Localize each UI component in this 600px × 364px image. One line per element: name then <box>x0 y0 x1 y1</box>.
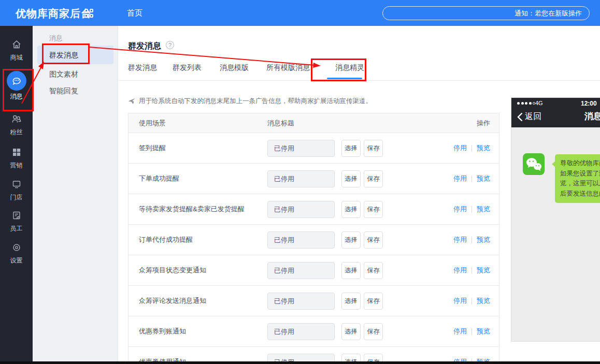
scenario-name: 签到提醒 <box>128 143 267 153</box>
select-button[interactable]: 选择 <box>341 201 361 218</box>
sidebar-item-mall[interactable]: 商城 <box>0 39 33 62</box>
row-controls: 已停用 选择 保存 <box>267 170 383 187</box>
stop-link[interactable]: 停用 <box>453 266 467 275</box>
notice-banner[interactable]: 通知：若您在新版操作 <box>382 6 590 20</box>
status-time: 12:00 <box>581 100 597 107</box>
save-button[interactable]: 保存 <box>364 170 383 187</box>
preview-link[interactable]: 预览 <box>477 205 490 214</box>
stop-link[interactable]: 停用 <box>453 296 467 305</box>
submenu: 消息 群发消息 图文素材 智能回复 <box>33 26 118 364</box>
sidebar-item-settings[interactable]: 设置 <box>0 242 33 265</box>
row-actions: 停用 预览 <box>453 205 499 214</box>
sidebar-item-staff[interactable]: 员工 <box>0 210 33 233</box>
sidebar: 商城 消息 粉丝 营销 门店 员工 设置 <box>0 26 33 364</box>
preview-link[interactable]: 预览 <box>477 266 490 275</box>
submenu-header: 消息 <box>49 34 63 43</box>
row-actions: 停用 预览 <box>453 174 499 183</box>
table-row: 订单代付成功提醒 已停用 选择 保存 停用 预览 <box>128 224 499 255</box>
select-button[interactable]: 选择 <box>341 231 361 249</box>
save-button[interactable]: 保存 <box>364 293 383 310</box>
col-header-actions: 操作 <box>477 119 499 128</box>
tab-message-template[interactable]: 消息模版 <box>220 63 249 72</box>
row-controls: 已停用 选择 保存 <box>267 262 383 279</box>
stop-link[interactable]: 停用 <box>453 235 467 244</box>
submenu-item-auto-reply[interactable]: 智能回复 <box>49 86 78 96</box>
phone-header: 4G 12:00 返回 消息精灵 <box>511 98 600 127</box>
link-separator <box>472 237 472 243</box>
message-title-input[interactable]: 已停用 <box>267 323 335 340</box>
tab-message-genie[interactable]: 消息精灵 <box>335 63 364 72</box>
app-logo: 优物库商家后台 <box>16 7 92 21</box>
row-controls: 已停用 选择 保存 <box>267 323 383 340</box>
table-row: 下单成功提醒 已停用 选择 保存 停用 预览 <box>128 163 499 194</box>
table-row: 优惠券到账通知 已停用 选择 保存 停用 预览 <box>128 316 499 346</box>
select-button[interactable]: 选择 <box>341 262 361 279</box>
save-button[interactable]: 保存 <box>364 201 383 218</box>
stop-link[interactable]: 停用 <box>453 205 467 214</box>
message-title-input[interactable]: 已停用 <box>267 201 335 218</box>
help-icon[interactable]: ? <box>166 41 174 49</box>
row-controls: 已停用 选择 保存 <box>267 201 383 218</box>
submenu-item-bulk-message[interactable]: 群发消息 <box>37 46 113 64</box>
row-controls: 已停用 选择 保存 <box>267 231 383 249</box>
message-title-input[interactable]: 已停用 <box>267 293 335 310</box>
wechat-avatar-icon <box>523 153 545 175</box>
stop-link[interactable]: 停用 <box>453 143 467 153</box>
tabs-divider <box>118 80 600 81</box>
table-header-row: 使用场景 消息标题 操作 <box>128 113 499 133</box>
link-separator <box>472 328 472 335</box>
sidebar-item-marketing[interactable]: 营销 <box>0 147 33 170</box>
save-button[interactable]: 保存 <box>364 323 383 340</box>
row-controls: 已停用 选择 保存 <box>267 140 383 157</box>
message-title-input[interactable]: 已停用 <box>267 262 335 279</box>
col-header-title: 消息标题 <box>267 119 477 128</box>
save-button[interactable]: 保存 <box>364 262 383 279</box>
message-title-input[interactable]: 已停用 <box>267 140 335 157</box>
preview-link[interactable]: 预览 <box>477 174 490 183</box>
submenu-item-media[interactable]: 图文素材 <box>49 70 78 79</box>
sidebar-item-messages[interactable]: 消息 <box>0 71 33 101</box>
preview-link[interactable]: 预览 <box>477 327 490 336</box>
message-title-input[interactable]: 已停用 <box>267 170 335 187</box>
preview-link[interactable]: 预览 <box>477 143 490 153</box>
scenario-name: 订单代付成功提醒 <box>128 235 267 244</box>
message-title-input[interactable]: 已停用 <box>267 231 335 249</box>
scenario-name: 众筹项目状态变更通知 <box>128 266 267 275</box>
table-row: 等待卖家发货提醒&卖家已发货提醒 已停用 选择 保存 停用 预览 <box>128 194 499 224</box>
hint-text: 用于给系统自动下发的消息末尾加上一条广告信息，帮助商家扩展活动宣传渠道。 <box>128 97 372 106</box>
preview-link[interactable]: 预览 <box>477 296 490 305</box>
home-icon <box>11 39 22 50</box>
select-button[interactable]: 选择 <box>341 323 361 340</box>
table-body: 签到提醒 已停用 选择 保存 停用 预览 下单成功提醒 已停用 选择 保存 停用… <box>128 133 499 364</box>
sidebar-item-fans[interactable]: 粉丝 <box>0 114 33 137</box>
save-button[interactable]: 保存 <box>364 231 383 249</box>
pin-icon <box>128 98 136 105</box>
tab-bulk-message[interactable]: 群发消息 <box>128 63 157 72</box>
stop-link[interactable]: 停用 <box>453 174 467 183</box>
select-button[interactable]: 选择 <box>341 170 361 187</box>
row-controls: 已停用 选择 保存 <box>267 293 383 310</box>
gear-icon <box>11 242 22 253</box>
preview-link[interactable]: 预览 <box>477 235 490 244</box>
page-title: 群发消息 <box>128 41 161 52</box>
nav-home[interactable]: 首页 <box>127 8 142 18</box>
network-label: 4G <box>535 100 543 106</box>
save-button[interactable]: 保存 <box>364 140 383 157</box>
select-button[interactable]: 选择 <box>341 140 361 157</box>
apps-grid-icon[interactable] <box>84 9 94 18</box>
sidebar-item-stores[interactable]: 门店 <box>0 179 33 202</box>
tab-bulk-list[interactable]: 群发列表 <box>173 63 202 72</box>
link-separator <box>472 206 472 213</box>
row-actions: 停用 预览 <box>453 143 499 153</box>
link-separator <box>472 298 472 304</box>
scenario-name: 优惠券到账通知 <box>128 327 267 336</box>
link-separator <box>472 267 472 274</box>
scenario-table: 使用场景 消息标题 操作 签到提醒 已停用 选择 保存 停用 预览 下单成功提醒… <box>128 113 499 364</box>
row-actions: 停用 预览 <box>453 235 499 244</box>
topbar: 优物库商家后台 首页 通知：若您在新版操作 <box>0 0 600 26</box>
col-header-scenario: 使用场景 <box>128 119 267 128</box>
tab-all-templates[interactable]: 所有模版消息 <box>266 63 310 72</box>
back-button[interactable]: 返回 <box>517 111 541 122</box>
stop-link[interactable]: 停用 <box>453 327 467 336</box>
select-button[interactable]: 选择 <box>341 293 361 310</box>
